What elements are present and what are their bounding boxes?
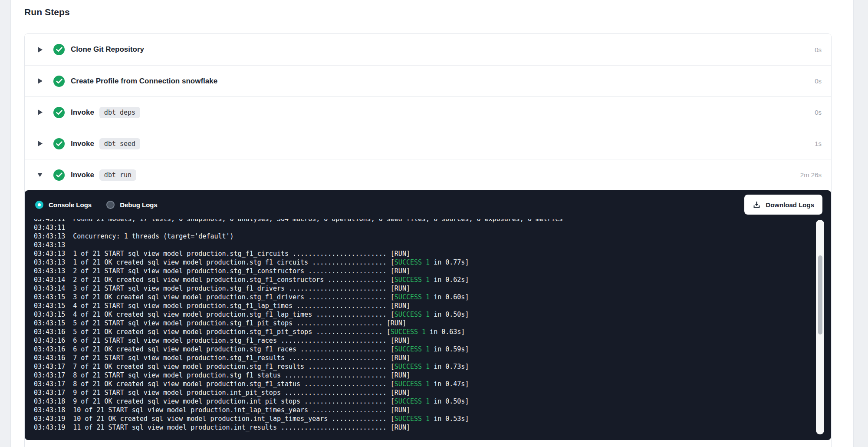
success-check-icon	[53, 44, 65, 55]
success-check-icon	[53, 107, 65, 118]
console-logs-label: Console Logs	[49, 201, 92, 209]
success-check-icon	[53, 76, 65, 87]
debug-logs-radio[interactable]: Debug Logs	[106, 201, 158, 209]
step-label: Invoke	[71, 171, 94, 179]
step-duration: 0s	[815, 46, 822, 53]
log-line: 03:43:16 6 of 21 START sql view model pr…	[34, 336, 805, 345]
log-line: 03:43:11	[34, 223, 805, 232]
console-logs-radio[interactable]: Console Logs	[35, 201, 92, 209]
step-label: Create Profile from Connection snowflake	[71, 77, 217, 86]
log-scrollbar-track[interactable]	[816, 220, 824, 434]
log-line: 03:43:14 2 of 21 OK created sql view mod…	[34, 275, 805, 284]
log-line: 03:43:18 9 of 21 OK created sql view mod…	[34, 397, 805, 406]
log-line: 03:43:19 11 of 21 START sql view model p…	[34, 423, 805, 432]
log-line: 03:43:16 5 of 21 OK created sql view mod…	[34, 328, 805, 336]
log-line: 03:43:15 3 of 21 OK created sql view mod…	[34, 293, 805, 301]
command-chip: dbt seed	[99, 138, 140, 149]
log-line: 03:43:13 1 of 21 START sql view model pr…	[34, 249, 805, 258]
log-line: 03:43:15 4 of 21 START sql view model pr…	[34, 301, 805, 310]
radio-unselected-icon	[106, 201, 115, 209]
step-row-dbt-run[interactable]: Invokedbt run2m 26s	[25, 159, 831, 190]
log-line: 03:43:16 7 of 21 START sql view model pr…	[34, 354, 805, 362]
log-panel-header: Console Logs Debug Logs Dow	[25, 190, 831, 219]
log-line: 03:43:13 2 of 21 START sql view model pr…	[34, 267, 805, 275]
step-row-create-profile-from-connection-snowflake[interactable]: Create Profile from Connection snowflake…	[25, 65, 831, 96]
page-title: Run Steps	[24, 6, 832, 18]
caret-right-icon[interactable]	[37, 78, 43, 84]
log-line: 03:43:18 10 of 21 START sql view model p…	[34, 406, 805, 414]
step-duration: 0s	[815, 109, 822, 116]
log-line: 03:43:16 6 of 21 OK created sql view mod…	[34, 345, 805, 354]
step-row-clone-git-repository[interactable]: Clone Git Repository0s	[25, 34, 831, 65]
log-panel: Console Logs Debug Logs Dow	[25, 190, 831, 440]
download-logs-button[interactable]: Download Logs	[744, 195, 822, 215]
step-rows-list: Clone Git Repository0sCreate Profile fro…	[25, 34, 831, 190]
log-line: 03:43:15 4 of 21 OK created sql view mod…	[34, 310, 805, 319]
log-line: 03:43:14 3 of 21 START sql view model pr…	[34, 284, 805, 293]
page-gutter-right	[853, 0, 868, 447]
log-line: 03:43:15 5 of 21 START sql view model pr…	[34, 319, 805, 328]
step-row-dbt-deps[interactable]: Invokedbt deps0s	[25, 96, 831, 128]
log-line: 03:43:17 7 of 21 OK created sql view mod…	[34, 362, 805, 371]
debug-logs-label: Debug Logs	[120, 201, 158, 209]
download-logs-label: Download Logs	[766, 201, 814, 209]
log-body: 03:43:11 Found 21 models, 17 tests, 0 sn…	[25, 219, 831, 440]
step-label: Clone Git Repository	[71, 45, 144, 54]
log-line: 03:43:19 10 of 21 OK created sql view mo…	[34, 414, 805, 423]
log-line: 03:43:13 Concurrency: 1 threads (target=…	[34, 232, 805, 241]
step-row-dbt-seed[interactable]: Invokedbt seed1s	[25, 128, 831, 159]
page-gutter-left	[0, 0, 11, 447]
step-duration: 0s	[815, 77, 822, 85]
caret-right-icon[interactable]	[37, 141, 43, 147]
command-chip: dbt deps	[99, 107, 140, 118]
radio-selected-icon	[35, 201, 43, 209]
log-line: 03:43:17 9 of 21 START sql view model pr…	[34, 388, 805, 397]
caret-down-icon[interactable]	[37, 172, 43, 178]
run-steps-section: Run Steps Clone Git Repository0sCreate P…	[24, 6, 832, 447]
run-steps-card: Clone Git Repository0sCreate Profile fro…	[24, 33, 832, 447]
log-type-radio-group: Console Logs Debug Logs	[35, 201, 158, 209]
console-log-output[interactable]: 03:43:11 Found 21 models, 17 tests, 0 sn…	[34, 219, 805, 440]
log-line: 03:43:11 Found 21 models, 17 tests, 0 sn…	[34, 219, 805, 223]
step-duration: 1s	[815, 140, 822, 147]
log-line: 03:43:13 1 of 21 OK created sql view mod…	[34, 258, 805, 267]
command-chip: dbt run	[99, 169, 136, 181]
log-line: 03:43:17 8 of 21 START sql view model pr…	[34, 371, 805, 380]
log-line: 03:43:17 8 of 21 OK created sql view mod…	[34, 380, 805, 388]
download-icon	[753, 201, 761, 209]
success-check-icon	[53, 169, 65, 181]
caret-right-icon[interactable]	[37, 46, 43, 53]
caret-right-icon[interactable]	[37, 109, 43, 116]
step-label: Invoke	[71, 139, 94, 148]
log-line: 03:43:13	[34, 241, 805, 249]
success-check-icon	[53, 138, 65, 149]
log-scrollbar-thumb[interactable]	[818, 255, 822, 334]
step-label: Invoke	[71, 108, 94, 117]
step-duration: 2m 26s	[800, 171, 822, 179]
